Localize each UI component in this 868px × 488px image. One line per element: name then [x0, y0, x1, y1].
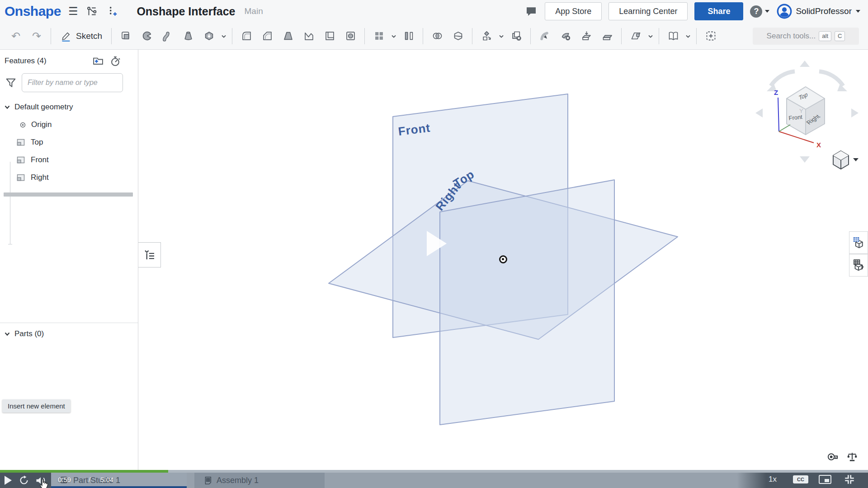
move-face-icon[interactable] [534, 26, 555, 47]
tree-item-right[interactable]: Right [0, 169, 136, 186]
toolbar-divider [232, 28, 232, 44]
app-store-button[interactable]: App Store [545, 2, 602, 20]
toolbar-divider [51, 28, 51, 44]
view-options-cube-icon[interactable] [833, 151, 849, 169]
fillet-icon[interactable] [236, 26, 257, 47]
document-title[interactable]: Onshape Interface [137, 5, 235, 18]
play-icon[interactable] [5, 476, 12, 485]
revolve-icon[interactable] [136, 26, 157, 47]
tab-label: Assembly 1 [217, 476, 259, 485]
create-version-icon[interactable] [106, 5, 119, 18]
toolbar-divider [530, 28, 531, 44]
mirror-icon[interactable] [398, 26, 419, 47]
custom-tables-panel-icon [852, 258, 865, 272]
sketch-pencil-icon [60, 30, 72, 42]
measure-icon [826, 450, 839, 463]
video-big-play-icon[interactable] [427, 231, 447, 256]
filter-funnel-icon[interactable] [5, 76, 17, 89]
learning-center-button[interactable]: Learning Center [609, 2, 688, 20]
filter-input[interactable] [22, 73, 123, 92]
replace-face-icon[interactable] [597, 26, 618, 47]
draft-icon[interactable] [278, 26, 298, 47]
account-menu[interactable]: SolidProfessor [777, 4, 861, 19]
video-progress-played [0, 470, 168, 473]
feature-list-toggle[interactable] [138, 242, 161, 267]
linear-pattern-icon[interactable] [368, 26, 389, 47]
composite-curve-icon[interactable] [663, 26, 684, 47]
custom-tables-panel-button[interactable] [849, 254, 868, 277]
cc-icon[interactable]: CC [793, 475, 808, 483]
tree-group-default-geometry[interactable]: Default geometry [0, 99, 136, 116]
dropdown-caret-icon[interactable] [389, 26, 398, 47]
chevron-down-icon [855, 9, 861, 14]
boolean-icon[interactable] [427, 26, 448, 47]
origin-icon [19, 121, 27, 129]
hole-icon[interactable] [340, 26, 361, 47]
horizontal-scrollbar[interactable] [4, 192, 133, 197]
toolbar-divider [423, 28, 423, 44]
dropdown-caret-icon[interactable] [497, 26, 506, 47]
tree-item-origin[interactable]: Origin [0, 116, 136, 133]
video-time-separator: / [89, 476, 90, 483]
right-plane[interactable] [440, 180, 614, 425]
delete-part-icon[interactable] [506, 26, 527, 47]
dropdown-caret-icon[interactable] [219, 26, 228, 47]
origin-point[interactable] [499, 255, 507, 263]
view-spin-arrows[interactable] [771, 71, 843, 86]
mass-properties-button[interactable] [845, 450, 859, 464]
hand-cursor-icon [38, 476, 50, 488]
rollback-timer-icon[interactable] [108, 54, 122, 68]
dropdown-caret-icon[interactable] [646, 26, 655, 47]
thicken-icon[interactable] [198, 26, 219, 47]
sweep-icon[interactable] [157, 26, 178, 47]
loft-icon[interactable] [178, 26, 198, 47]
assembly-icon [203, 475, 212, 485]
redo-icon[interactable]: ↷ [26, 26, 47, 47]
hamburger-menu-icon[interactable]: ☰ [68, 6, 78, 17]
pip-icon[interactable] [818, 475, 832, 484]
parts-section-header[interactable]: Parts (0) [0, 325, 136, 343]
cube-face-front[interactable]: Front [788, 113, 803, 122]
new-folder-icon[interactable] [91, 54, 105, 68]
features-panel-title: Features (4) [5, 56, 47, 66]
insert-new-element-tooltip: Insert new element [2, 399, 71, 413]
delete-face-icon[interactable] [555, 26, 576, 47]
chat-icon[interactable] [524, 5, 538, 18]
chevron-down-icon[interactable] [5, 332, 10, 336]
view-cube[interactable]: Top Front Right Z X Y [750, 58, 863, 171]
undo-icon[interactable]: ↶ [5, 26, 26, 47]
exit-fullscreen-icon[interactable] [844, 474, 855, 485]
configuration-panel-icon [852, 236, 865, 249]
tree-item-top[interactable]: Top [0, 134, 136, 151]
view-options-caret-icon[interactable] [853, 158, 859, 161]
tab-assembly-1[interactable]: Assembly 1 [194, 473, 325, 488]
replay-icon[interactable] [18, 474, 30, 486]
tree-item-front[interactable]: Front [0, 151, 136, 169]
search-tools-button[interactable]: Search tools... alt C [753, 28, 859, 45]
workspace-name[interactable]: Main [245, 6, 263, 16]
share-button[interactable]: Share [694, 2, 743, 20]
onshape-logo[interactable]: Onshape [5, 4, 61, 19]
versions-icon[interactable] [85, 5, 99, 18]
sketch-button[interactable]: Sketch [55, 26, 108, 47]
help-icon[interactable]: ? [750, 5, 762, 18]
shell-icon[interactable] [319, 26, 340, 47]
help-menu[interactable]: ? [750, 5, 770, 18]
chevron-down-icon[interactable] [5, 105, 10, 109]
named-selection-icon[interactable] [700, 26, 721, 47]
video-progress-track[interactable] [0, 470, 868, 473]
offset-surface-icon[interactable] [576, 26, 597, 47]
transform-icon[interactable] [476, 26, 497, 47]
chamfer-icon[interactable] [257, 26, 278, 47]
extrude-icon[interactable] [115, 26, 136, 47]
axis-x-label: X [816, 141, 821, 149]
playback-speed-button[interactable]: 1x [769, 475, 777, 484]
plane-icon[interactable] [625, 26, 646, 47]
split-icon[interactable] [448, 26, 468, 47]
tab-part-studio-1[interactable]: Part Studio 1 [51, 473, 187, 488]
front-plane[interactable] [393, 94, 568, 338]
measure-button[interactable] [826, 450, 839, 464]
dropdown-caret-icon[interactable] [684, 26, 693, 47]
rib-icon[interactable] [298, 26, 319, 47]
configuration-panel-button[interactable] [849, 231, 868, 254]
